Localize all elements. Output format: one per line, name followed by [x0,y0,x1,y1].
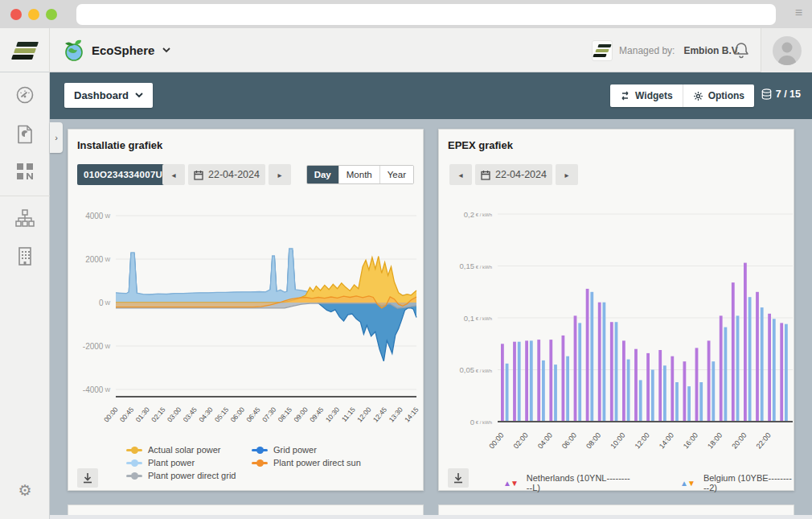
date-picker-button[interactable]: 22-04-2024 [475,164,552,185]
svg-text:0,1 € / kWh: 0,1 € / kWh [464,314,492,323]
close-window-button[interactable] [10,9,22,20]
chevron-right-icon: › [55,133,58,142]
legend-item[interactable]: ▲▼ Belgium (10YBE----------2) [680,473,794,492]
next-date-button[interactable]: ▸ [269,164,291,185]
svg-text:08:00: 08:00 [584,431,602,451]
gauge-icon [15,86,35,104]
sidebar-item-settings[interactable]: ⚙ [0,481,50,500]
card-title: Installatie grafiek [77,139,162,151]
legend-label: Plant power direct sun [273,458,361,468]
svg-text:11:15: 11:15 [340,406,357,423]
svg-text:03:45: 03:45 [182,406,199,424]
sidebar: ⚙ [0,72,50,519]
brand-menu[interactable]: EcoSphere [63,28,170,72]
embion-mini-logo-icon [592,40,613,61]
sitemap-icon [15,209,35,227]
sidebar-item-dashboard[interactable] [0,86,50,104]
range-tabs: Day Month Year [306,165,414,184]
legend-item[interactable]: Actual solar power [126,445,236,455]
svg-text:05:15: 05:15 [213,406,231,424]
minimize-window-button[interactable] [28,9,39,20]
legend-item[interactable]: Plant power direct grid [126,471,236,480]
legend-label: Grid power [273,445,317,455]
prev-date-button[interactable]: ◂ [449,164,472,185]
svg-text:00:45: 00:45 [118,406,136,424]
dashboard-selector[interactable]: Dashboard [64,83,153,108]
sidebar-item-reports[interactable] [0,125,50,144]
svg-text:00:00: 00:00 [102,406,120,424]
sidebar-expand-tab[interactable]: › [50,122,63,153]
svg-text:02:00: 02:00 [512,431,530,451]
maximize-window-button[interactable] [46,9,57,20]
svg-text:12:00: 12:00 [355,406,373,424]
widget-counter-value: 7 / 15 [776,89,801,100]
browser-menu-icon[interactable]: ≡ [795,6,802,20]
legend-item[interactable]: Grid power [252,445,361,455]
managed-by-label: Managed by: [619,45,675,56]
card-title: EPEX grafiek [448,139,513,151]
series-marker [126,472,142,480]
tab-month[interactable]: Month [339,166,380,183]
bottom-strip [50,515,812,519]
stack-icon [761,89,772,100]
sidebar-item-buildings[interactable] [0,246,50,266]
sidebar-item-widgets[interactable] [0,163,50,180]
download-chart-button[interactable] [77,468,98,488]
chart-legend-column: Actual solar power Plant power Plant pow… [126,445,236,480]
tab-day[interactable]: Day [307,166,339,183]
tab-year[interactable]: Year [380,166,413,183]
sidebar-item-sitemap[interactable] [0,209,50,227]
chart-legend-column: Grid power Plant power direct sun [252,445,361,468]
svg-text:18:00: 18:00 [706,431,724,451]
date-picker-button[interactable]: 22-04-2024 [188,164,265,185]
legend-label: Belgium (10YBE----------2) [703,473,794,492]
managed-by-value: Embion B.V. [683,45,740,56]
svg-text:04:00: 04:00 [536,431,554,451]
legend-label: Actual solar power [148,445,221,455]
download-icon [453,472,464,484]
installation-chart-card: Installatie grafiek 010O234334007U ◂ 22-… [68,129,424,491]
next-date-button[interactable]: ▸ [556,164,578,185]
installation-area-chart: 4000 W2000 W0 W-2000 W-4000 W00:0000:450… [68,202,424,443]
brand-name: EcoSphere [92,43,154,57]
series-marker: ▲▼ [680,479,695,488]
dashboard-content: › Installatie grafiek 010O234334007U ◂ 2… [50,119,812,519]
widgets-grid-icon [16,163,34,180]
legend-item[interactable]: ▲▼ Netherlands (10YNL----------L) [503,473,630,492]
svg-text:12:45: 12:45 [371,406,389,424]
svg-text:09:45: 09:45 [308,406,326,424]
widgets-swap-icon [620,91,630,101]
svg-text:0,2 € / kWh: 0,2 € / kWh [464,210,492,219]
gear-icon [693,91,703,101]
widgets-button[interactable]: Widgets [610,84,683,107]
epex-bar-chart: 0,2 € / kWh0,15 € / kWh0,1 € / kWh0,05 €… [439,202,795,459]
options-button[interactable]: Options [683,84,754,107]
svg-text:06:45: 06:45 [244,406,262,424]
svg-text:06:00: 06:00 [229,406,247,424]
svg-text:0,15 € / kWh: 0,15 € / kWh [459,262,492,270]
calendar-icon [481,170,490,180]
svg-text:10:00: 10:00 [609,431,626,451]
notifications-button[interactable] [733,42,749,62]
dashboard-navbar: Dashboard Widgets Options 7 / 15 [50,72,812,119]
managed-by: Managed by: Embion B.V. [592,28,740,72]
epex-legend: ▲▼ Netherlands (10YNL----------L) ▲▼ Bel… [503,473,794,492]
legend-item[interactable]: Plant power direct sun [252,458,361,468]
svg-text:12:00: 12:00 [634,431,651,451]
embion-logo[interactable] [0,28,50,72]
svg-text:02:15: 02:15 [150,406,167,424]
series-marker [126,459,142,467]
user-menu[interactable] [761,28,812,72]
svg-text:09:00: 09:00 [292,406,310,424]
prev-date-button[interactable]: ◂ [162,164,185,185]
svg-text:08:15: 08:15 [277,406,294,424]
svg-text:04:30: 04:30 [197,406,215,424]
download-chart-button[interactable] [448,468,469,488]
legend-item[interactable]: Plant power [126,458,236,468]
device-id-badge[interactable]: 010O234334007U [77,164,169,185]
address-bar[interactable] [76,4,776,25]
svg-text:-2000 W: -2000 W [83,342,111,351]
svg-text:4000 W: 4000 W [85,212,110,220]
series-marker [126,447,142,454]
svg-text:03:00: 03:00 [166,406,183,424]
